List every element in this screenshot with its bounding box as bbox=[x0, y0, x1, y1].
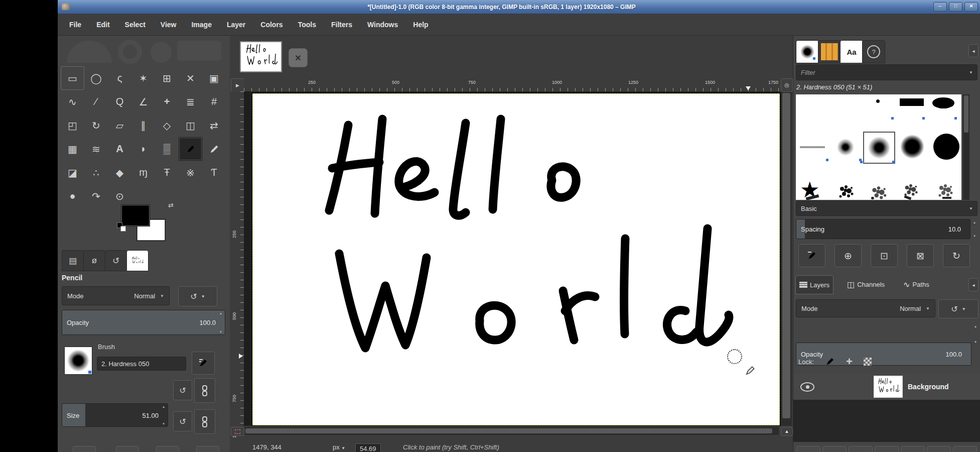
brush-scrollbar-thumb[interactable] bbox=[964, 95, 968, 133]
menu-tools[interactable]: Tools bbox=[291, 21, 324, 29]
size-spinner[interactable]: ▴▾ bbox=[161, 405, 167, 425]
layer-mode-select[interactable]: Mode Normal ▼ bbox=[796, 299, 935, 317]
vertical-ruler[interactable]: 250 500 750 1000 bbox=[230, 91, 244, 426]
tab-strip-button[interactable]: ✕ bbox=[289, 48, 308, 67]
menu-layer[interactable]: Layer bbox=[219, 21, 253, 29]
tool-foreground-select[interactable]: ▣ bbox=[202, 66, 226, 90]
layer-thumbnail[interactable] bbox=[874, 376, 903, 398]
tool-heal[interactable]: ※ bbox=[179, 161, 202, 184]
brush-block[interactable] bbox=[900, 98, 924, 106]
refresh-brushes-button[interactable]: ↻ bbox=[943, 244, 970, 267]
canvas-viewport[interactable] bbox=[244, 91, 781, 426]
restore-tool-preset-button[interactable] bbox=[116, 446, 139, 452]
brush-name-field[interactable]: 2. Hardness 050 bbox=[97, 357, 186, 371]
brush-grid-scrollbar[interactable] bbox=[963, 94, 969, 200]
horizontal-scrollbar[interactable] bbox=[244, 427, 779, 435]
tool-blur-sharpen[interactable]: ● bbox=[61, 184, 84, 208]
reset-tool-options-button[interactable] bbox=[196, 446, 219, 452]
zoom-fit-toggle[interactable]: ◎ bbox=[781, 78, 793, 92]
tool-ink[interactable]: ◆ bbox=[108, 161, 131, 184]
tool-measure[interactable]: ∠ bbox=[131, 90, 155, 114]
menu-help[interactable]: Help bbox=[405, 21, 436, 29]
tool-clone[interactable]: Ŧ bbox=[155, 161, 179, 184]
layer-mode-reset-button[interactable]: ↺ ▼ bbox=[938, 299, 978, 318]
navigation-button[interactable]: ▲ bbox=[781, 427, 793, 436]
canvas[interactable] bbox=[252, 93, 780, 425]
tool-text[interactable]: A bbox=[108, 137, 131, 161]
brush-preview[interactable] bbox=[64, 347, 92, 375]
menu-colors[interactable]: Colors bbox=[253, 21, 290, 29]
tool-alignment[interactable]: ≣ bbox=[179, 90, 202, 114]
brush-tag-select[interactable]: Basic ▼ bbox=[796, 201, 977, 216]
tab-tool-options[interactable]: ▤ bbox=[62, 250, 84, 271]
tool-shear[interactable]: ∥ bbox=[131, 114, 155, 137]
new-layer-button[interactable] bbox=[796, 446, 820, 452]
tool-bucket-fill[interactable]: ◗ bbox=[131, 137, 155, 161]
tool-scissors-select[interactable]: ✕ bbox=[179, 66, 202, 90]
save-tool-preset-button[interactable] bbox=[73, 446, 96, 452]
tool-rotate[interactable]: ↻ bbox=[84, 114, 108, 137]
tab-fonts[interactable]: Aa bbox=[840, 40, 863, 63]
tool-smudge[interactable]: ↷ bbox=[84, 184, 108, 208]
swap-colors-icon[interactable]: ⇄ bbox=[168, 201, 174, 209]
tool-ellipse-select[interactable]: ◯ bbox=[84, 66, 108, 90]
layer-row-background[interactable]: Background bbox=[793, 374, 980, 400]
brush-filter-input[interactable]: Filter ▼ bbox=[796, 64, 977, 80]
lock-position-toggle[interactable]: + bbox=[846, 355, 853, 368]
v-scrollbar-thumb[interactable] bbox=[782, 93, 790, 418]
tab-undo-history[interactable]: ↺ bbox=[105, 250, 127, 271]
menu-image[interactable]: Image bbox=[184, 21, 219, 29]
opacity-spinner[interactable]: ▴▾ bbox=[218, 311, 224, 333]
brush-ellipse[interactable] bbox=[932, 97, 954, 108]
tool-rectangle-select[interactable]: ▭ bbox=[61, 66, 84, 90]
brush-grid[interactable]: ★ bbox=[796, 94, 961, 200]
delete-tool-preset-button[interactable] bbox=[156, 446, 179, 452]
menu-file[interactable]: File bbox=[62, 21, 89, 29]
tool-paintbrush[interactable] bbox=[202, 137, 226, 161]
brush-partial[interactable] bbox=[942, 197, 951, 199]
merge-layer-button[interactable] bbox=[927, 446, 951, 452]
tool-crop[interactable]: # bbox=[202, 90, 226, 114]
menu-windows[interactable]: Windows bbox=[360, 21, 405, 29]
duplicate-brush-button[interactable]: ⊡ bbox=[871, 244, 898, 267]
tool-scale[interactable]: ▱ bbox=[108, 114, 131, 137]
new-layer-group-button[interactable] bbox=[822, 446, 847, 452]
lock-alpha-toggle[interactable] bbox=[864, 358, 872, 366]
brushes-tab-menu-button[interactable]: ◂ bbox=[968, 44, 978, 57]
mode-reset-button[interactable]: ↺ ▼ bbox=[178, 286, 217, 306]
opacity-slider[interactable]: Opacity 100.0 ▴▾ bbox=[62, 310, 225, 335]
edit-brush-button[interactable] bbox=[798, 244, 825, 267]
lock-pixels-toggle[interactable] bbox=[825, 357, 835, 367]
layers-tab-menu-button[interactable]: ◂ bbox=[968, 278, 978, 291]
tab-images[interactable] bbox=[126, 250, 149, 271]
image-tab[interactable] bbox=[240, 41, 282, 72]
unit-select[interactable]: px ▼ bbox=[333, 443, 345, 451]
brush-partial[interactable] bbox=[871, 197, 874, 199]
tab-device-status[interactable]: ø bbox=[83, 250, 105, 271]
tab-brushes[interactable] bbox=[796, 40, 819, 63]
minimize-button[interactable]: ─ bbox=[933, 2, 947, 12]
tab-document-history[interactable]: ? bbox=[862, 40, 885, 63]
aspect-reset-button[interactable]: ↺ bbox=[173, 411, 192, 431]
tool-unified-transform[interactable]: ◰ bbox=[61, 114, 84, 137]
size-slider[interactable]: Size 51.00 ▴▾ bbox=[62, 403, 168, 427]
menu-filters[interactable]: Filters bbox=[324, 21, 360, 29]
tab-patterns[interactable] bbox=[818, 40, 841, 63]
brush-splatter[interactable] bbox=[837, 184, 855, 200]
menu-view[interactable]: View bbox=[153, 21, 184, 29]
tool-free-select[interactable]: ς bbox=[108, 66, 131, 90]
brush-small-dot[interactable] bbox=[876, 99, 880, 103]
edit-brush-button[interactable] bbox=[192, 352, 215, 375]
brush-hardness-075[interactable] bbox=[900, 135, 924, 159]
brush-hardness-025[interactable] bbox=[836, 138, 855, 156]
brush-pixel[interactable] bbox=[800, 146, 825, 148]
size-reset-button[interactable]: ↺ bbox=[173, 380, 192, 400]
tool-move[interactable]: + bbox=[155, 90, 179, 114]
maximize-button[interactable]: □ bbox=[949, 2, 962, 12]
tool-pencil[interactable] bbox=[179, 137, 202, 161]
brush-hardness-050-selected[interactable] bbox=[863, 132, 895, 164]
tool-perspective[interactable]: ◇ bbox=[155, 114, 179, 137]
lower-layer-button[interactable] bbox=[875, 446, 899, 452]
spacing-slider[interactable]: Spacing 10.0 bbox=[796, 219, 970, 239]
tool-eraser[interactable]: ◪ bbox=[61, 161, 84, 184]
